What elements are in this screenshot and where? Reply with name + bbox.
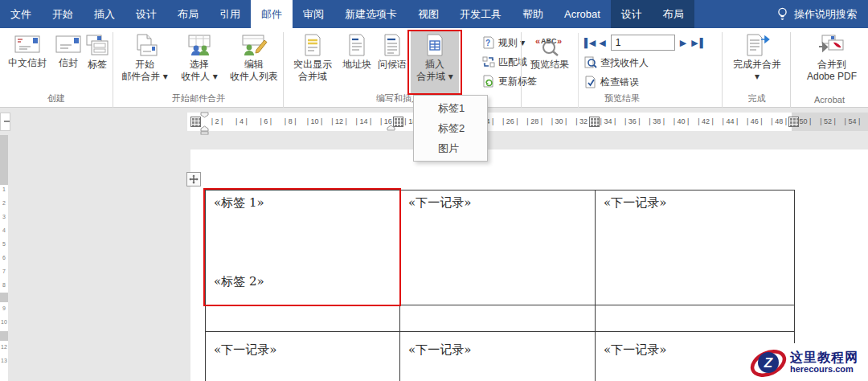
tab-help[interactable]: 帮助 [512, 0, 554, 28]
merge-field-next-record[interactable]: «下一记录» [408, 342, 471, 357]
table-cell-empty[interactable] [400, 305, 596, 332]
merge-to-adobe-pdf-label: 合并到 Adobe PDF [807, 59, 857, 83]
table-move-handle[interactable] [186, 172, 201, 186]
tab-developer[interactable]: 开发工具 [449, 0, 512, 28]
merge-field-next-record[interactable]: «下一记录» [604, 342, 666, 357]
tab-new-tab[interactable]: 新建选项卡 [334, 0, 407, 28]
ruler-number: | 26 | [498, 113, 522, 131]
merge-field-next-record[interactable]: «下一记录» [604, 195, 666, 210]
group-label-create: 创建 [0, 92, 113, 104]
edit-recipient-list-button[interactable]: 编辑 收件人列表 [227, 31, 281, 94]
table-cell-next-record[interactable]: «下一记录» [206, 332, 400, 381]
merge-field-label1[interactable]: «标签 1» [214, 195, 391, 211]
tab-file[interactable]: 文件 [0, 0, 42, 28]
ruler-number: | 48 | [767, 113, 791, 131]
highlight-merge-fields-icon [303, 34, 322, 56]
ribbon-tab-bar: 文件 开始 插入 设计 布局 引用 邮件 审阅 新建选项卡 视图 开发工具 帮助… [0, 0, 868, 28]
ruler-number: | 42 | [694, 113, 718, 131]
vertical-ruler-number: 6 [0, 255, 8, 260]
dropdown-item-label1[interactable]: 标签1 [414, 98, 487, 118]
table-cell-next-record[interactable]: «下一记录» [400, 190, 596, 305]
last-record-button[interactable]: ▶▐ [691, 38, 701, 48]
chinese-envelope-button[interactable]: 中文信封 [5, 31, 50, 94]
labels-button[interactable]: 标签 [85, 31, 109, 94]
greeting-line-label: 问候语 [378, 59, 407, 71]
table-cell-label1[interactable]: «标签 1» «标签 2» [206, 190, 400, 305]
next-record-button[interactable]: ▶ [680, 38, 686, 48]
svg-text:«: « [535, 36, 540, 46]
match-fields-icon [482, 55, 495, 68]
select-recipients-label: 选择 收件人 ▾ [181, 59, 217, 83]
find-recipient-button[interactable]: 查找收件人 [584, 54, 649, 72]
table-cell-empty[interactable] [596, 305, 795, 332]
first-record-button[interactable]: ▌◀ [584, 38, 594, 48]
start-mail-merge-icon [131, 34, 158, 56]
highlight-merge-fields-button[interactable]: 突出显示 合并域 [288, 31, 338, 94]
dropdown-item-label2[interactable]: 标签2 [414, 118, 487, 138]
ruler-number: | 4 | [229, 113, 253, 131]
ruler-number: | 14 | [351, 113, 375, 131]
table-column-marker[interactable] [589, 117, 600, 127]
ruler-number: | 52 | [816, 113, 840, 131]
match-fields-label: 匹配域 [498, 55, 527, 69]
tab-table-layout[interactable]: 布局 [653, 0, 694, 28]
merge-to-adobe-pdf-button[interactable]: 合并到 Adobe PDF [797, 31, 866, 94]
ruler-number: | 30 | [547, 113, 571, 131]
record-number-input[interactable] [611, 35, 675, 51]
horizontal-ruler[interactable]: | 2 || 4 || 6 || 8 || 10 || 12 || 14 || … [187, 113, 868, 131]
finish-merge-button[interactable]: 完成并合并 ▾ [728, 31, 786, 94]
vertical-ruler[interactable]: 123456789101213 [0, 135, 8, 381]
table-column-marker[interactable] [788, 117, 799, 127]
address-block-icon [347, 34, 366, 56]
find-recipient-icon [584, 56, 597, 69]
table-cell-next-record[interactable]: «下一记录» [400, 332, 596, 381]
first-line-indent-marker[interactable] [200, 112, 209, 118]
select-recipients-button[interactable]: 选择 收件人 ▾ [174, 31, 225, 94]
tell-me-search[interactable]: 操作说明搜索 [776, 0, 868, 28]
record-navigator: ▌◀ ◀ ▶ ▶▐ [584, 35, 701, 51]
left-indent-marker[interactable] [200, 125, 209, 135]
vertical-ruler-segment [0, 293, 8, 302]
tab-view[interactable]: 视图 [407, 0, 449, 28]
previous-record-button[interactable]: ◀ [599, 38, 605, 48]
tab-selector[interactable] [0, 113, 10, 131]
address-block-button[interactable]: 地址块 [339, 31, 375, 94]
tab-insert[interactable]: 插入 [84, 0, 125, 28]
table-cell-next-record[interactable]: «下一记录» [596, 190, 795, 305]
chinese-envelope-icon [14, 34, 40, 55]
vertical-ruler-number: 5 [0, 241, 8, 247]
update-labels-icon [482, 75, 495, 88]
greeting-line-button[interactable]: 问候语 [375, 31, 410, 94]
vertical-ruler-number: 4 [0, 227, 8, 233]
merge-field-next-record[interactable]: «下一记录» [214, 342, 276, 357]
vertical-ruler-number: 7 [0, 268, 8, 274]
find-recipient-label: 查找收件人 [600, 56, 649, 70]
envelope-button[interactable]: 信封 [51, 31, 85, 94]
annotation-box-insert-merge-field [407, 30, 462, 95]
right-indent-marker[interactable] [387, 125, 395, 131]
rules-button[interactable]: ? 规则 ▾ [482, 34, 525, 51]
tab-acrobat[interactable]: Acrobat [554, 0, 611, 28]
tab-design[interactable]: 设计 [125, 0, 167, 28]
address-block-label: 地址块 [342, 59, 371, 71]
tab-table-design[interactable]: 设计 [611, 0, 653, 28]
check-errors-button[interactable]: 检查错误 [584, 73, 639, 91]
start-mail-merge-button[interactable]: 开始 邮件合并 ▾ [119, 31, 170, 94]
group-label-acrobat: Acrobat [791, 95, 868, 104]
ruler-number: | 36 | [620, 113, 645, 131]
svg-text:?: ? [485, 39, 490, 47]
tab-mailings[interactable]: 邮件 [251, 0, 293, 28]
tab-layout[interactable]: 布局 [167, 0, 209, 28]
merge-field-next-record[interactable]: «下一记录» [408, 195, 471, 210]
finish-merge-label: 完成并合并 ▾ [733, 59, 781, 83]
tab-references[interactable]: 引用 [209, 0, 251, 28]
rules-icon: ? [482, 36, 495, 49]
tab-review[interactable]: 审阅 [293, 0, 334, 28]
table-cell-empty[interactable] [206, 305, 400, 332]
preview-results-button[interactable]: «ABC» 预览结果 [526, 31, 573, 94]
envelope-icon [55, 34, 81, 55]
edit-recipient-list-icon [240, 34, 268, 56]
tab-home[interactable]: 开始 [42, 0, 84, 28]
merge-field-label2[interactable]: «标签 2» [214, 274, 391, 289]
dropdown-item-picture[interactable]: 图片 [414, 138, 487, 158]
